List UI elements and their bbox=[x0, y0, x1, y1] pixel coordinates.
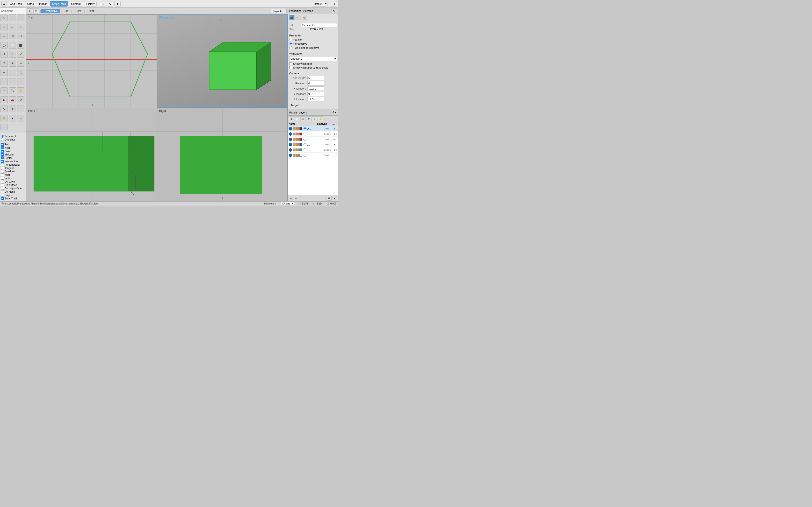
snap-intersection-check[interactable] bbox=[1, 160, 4, 163]
layouts-button[interactable]: Layouts... bbox=[271, 9, 287, 13]
snap-center[interactable]: Center bbox=[1, 157, 25, 159]
select-tool[interactable]: ↖ bbox=[0, 14, 8, 21]
stop-button[interactable]: ■ bbox=[114, 1, 120, 6]
circle-tool[interactable]: ○ bbox=[0, 24, 8, 31]
snap-persistent-radio[interactable] bbox=[1, 135, 4, 137]
mirror-tool[interactable]: ⊻ bbox=[0, 60, 8, 67]
layer-0-radio[interactable] bbox=[304, 127, 306, 130]
tab-right[interactable]: Right bbox=[85, 9, 96, 13]
snap-smarttrack-check[interactable] bbox=[1, 197, 4, 200]
viewport-perspective[interactable]: x z Perspective bbox=[157, 14, 288, 108]
show-wallpaper-row[interactable]: Show wallpaper bbox=[289, 62, 337, 65]
text-tool[interactable]: T bbox=[0, 78, 8, 85]
snap-center-check[interactable] bbox=[1, 157, 4, 159]
snap-midpoint[interactable]: Midpoint bbox=[1, 153, 25, 156]
snap-onsurface[interactable]: On surface bbox=[1, 183, 25, 186]
snap-quadrant-check[interactable] bbox=[1, 170, 4, 173]
layers-settings-icon[interactable]: ⚙▾ bbox=[332, 110, 337, 115]
smart-track-button[interactable]: SmartTrack bbox=[50, 1, 68, 6]
layers-new-icon[interactable]: ⊞ bbox=[289, 116, 294, 121]
zoom-extent-tool[interactable]: ⊡ bbox=[0, 96, 8, 103]
projection-2pt-row[interactable]: Two point perspective bbox=[289, 46, 337, 49]
snap-intersection[interactable]: Intersection bbox=[1, 160, 25, 163]
wallpaper-dropdown[interactable]: Choose... bbox=[289, 56, 337, 61]
hatch-tool[interactable]: ≡ bbox=[17, 78, 24, 85]
layers-bell-icon[interactable]: 🔔 bbox=[318, 116, 323, 121]
snap-knot-check[interactable] bbox=[1, 173, 4, 176]
polyline-tool[interactable]: ⟋ bbox=[17, 24, 24, 31]
snap-near[interactable]: Near bbox=[1, 146, 25, 149]
snap-project-check[interactable] bbox=[1, 193, 4, 196]
sphere-tool[interactable]: ◯ bbox=[0, 42, 8, 49]
snap-quadrant[interactable]: Quadrant bbox=[1, 170, 25, 173]
viewport-grid-icon[interactable]: ⊞ bbox=[27, 8, 33, 14]
snap-point-check[interactable] bbox=[1, 150, 4, 153]
snap-midpoint-check[interactable] bbox=[1, 153, 4, 156]
rotate-tool[interactable]: ↻ bbox=[9, 51, 16, 58]
snap-oncurve[interactable]: On curve bbox=[1, 180, 25, 183]
tab-top[interactable]: Top bbox=[62, 9, 71, 13]
x-location-input[interactable] bbox=[307, 87, 324, 91]
snap-vertex-check[interactable] bbox=[1, 177, 4, 180]
layer-row-5[interactable]: L... Conti... ◇ D bbox=[288, 153, 338, 158]
point-tool[interactable]: ·✦ bbox=[9, 14, 16, 21]
title-input[interactable] bbox=[301, 23, 337, 27]
layer-4-color-circle[interactable] bbox=[289, 148, 292, 152]
layer-5-color-circle[interactable] bbox=[289, 154, 292, 157]
viewport-single-icon[interactable]: □ bbox=[33, 8, 39, 14]
history-button[interactable]: History bbox=[84, 1, 97, 6]
lock-tool[interactable]: 🔒 bbox=[0, 115, 8, 121]
snap-persistent-option[interactable]: Persistent bbox=[1, 135, 25, 137]
projection-perspective-radio[interactable] bbox=[289, 42, 292, 45]
viewport-top[interactable]: x y Top bbox=[26, 14, 157, 108]
layer-1-radio[interactable] bbox=[304, 132, 306, 135]
surface-tool[interactable]: ◫ bbox=[9, 33, 16, 39]
layer-0-color-circle[interactable] bbox=[289, 127, 292, 130]
layers-eye-icon[interactable]: 👁 bbox=[306, 116, 311, 121]
add-layer-btn[interactable]: + bbox=[289, 196, 293, 201]
snap-perpendicular[interactable]: Perpendicular bbox=[1, 163, 25, 166]
zoom-tool[interactable]: 🔍 bbox=[9, 88, 16, 94]
layers-file-icon[interactable]: 📄 bbox=[295, 116, 300, 121]
ortho-button[interactable]: Ortho bbox=[25, 1, 36, 6]
command-input[interactable] bbox=[0, 8, 26, 14]
transform-tool[interactable]: + bbox=[0, 124, 8, 130]
snap-to-tool[interactable]: ⊹ bbox=[17, 106, 24, 112]
layers-circle-icon[interactable]: ○ bbox=[312, 116, 317, 121]
layer-1-color-circle[interactable] bbox=[289, 132, 292, 136]
snap-end-check[interactable] bbox=[1, 143, 4, 146]
snap-perpendicular-check[interactable] bbox=[1, 163, 4, 166]
snap-onpolysurface[interactable]: On polysurface bbox=[1, 187, 25, 190]
extrude-tool[interactable]: ⬛ bbox=[17, 42, 24, 49]
show-wallpaper-gray-check[interactable] bbox=[289, 66, 292, 69]
default-dropdown[interactable]: Default bbox=[312, 1, 327, 6]
cplane-dropdown-wrapper[interactable]: CPlane bbox=[281, 202, 294, 206]
projection-parallel-row[interactable]: Parallel bbox=[289, 38, 337, 41]
layer-row-0[interactable]: D... Conti... ◆ D bbox=[288, 126, 338, 131]
boolean-union-tool[interactable]: ∪ bbox=[9, 69, 16, 76]
trim-tool[interactable]: ✂ bbox=[17, 60, 24, 67]
layer-2-color-circle[interactable] bbox=[289, 137, 292, 141]
snap-point[interactable]: Point bbox=[1, 150, 25, 153]
snap-near-check[interactable] bbox=[1, 146, 4, 149]
properties-display-icon[interactable]: □ bbox=[296, 15, 301, 20]
layer-5-radio[interactable] bbox=[304, 154, 306, 157]
arrow-tool[interactable]: ⌕ bbox=[17, 115, 24, 121]
layer-tool[interactable]: ⊕ bbox=[0, 106, 8, 112]
loop-button[interactable]: ↻ bbox=[107, 1, 113, 6]
layers-bottom-icon[interactable]: ⚙ bbox=[326, 196, 332, 201]
snap-tangent-check[interactable] bbox=[1, 167, 4, 169]
planar-button[interactable]: Planar bbox=[37, 1, 49, 6]
layer-3-radio[interactable] bbox=[304, 143, 306, 146]
snap-smarttrack[interactable]: SmartTrack bbox=[1, 197, 25, 200]
layer-3-color-dot[interactable] bbox=[299, 143, 302, 146]
grid-snap-button[interactable]: Grid Snap bbox=[8, 1, 24, 6]
y-location-input[interactable] bbox=[307, 92, 324, 96]
layers-more-btn[interactable]: ▾ bbox=[332, 196, 337, 201]
boolean-diff-tool[interactable]: ∖ bbox=[17, 69, 24, 76]
projection-2pt-radio[interactable] bbox=[289, 46, 292, 49]
lens-length-input[interactable] bbox=[307, 76, 324, 80]
layer-0-color-dot[interactable] bbox=[299, 127, 302, 130]
check-tool[interactable]: ✓ bbox=[0, 88, 8, 94]
snap-onsurface-check[interactable] bbox=[1, 183, 4, 186]
